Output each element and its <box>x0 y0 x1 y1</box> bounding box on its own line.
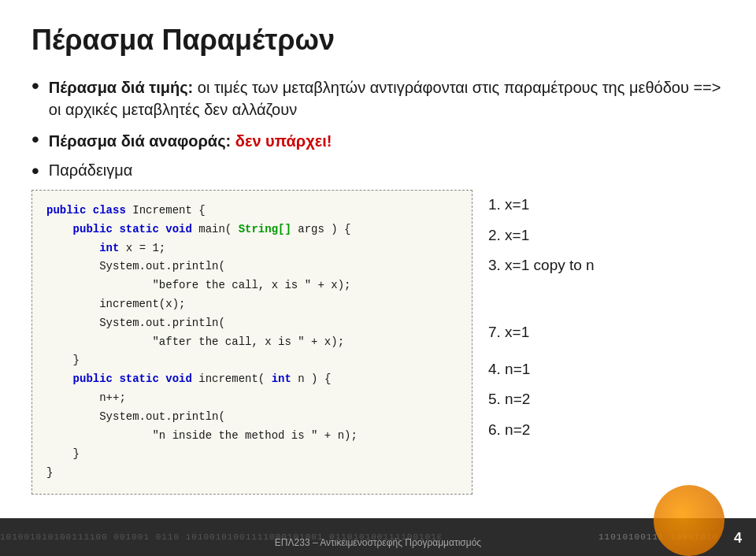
example-label-text: Παράδειγμα <box>49 161 133 180</box>
code-line-5: "before the call, x is " + x); <box>46 276 458 295</box>
output-group-1: 1. x=1 2. x=1 3. x=1 copy to n 7. x=1 <box>488 194 724 344</box>
bullet-bold-2: Πέρασμα διά αναφοράς: <box>49 132 231 150</box>
bullet-bold-1: Πέρασμα διά τιμής: <box>49 79 193 96</box>
code-line-14: } <box>46 445 458 464</box>
output-list: 1. x=1 2. x=1 3. x=1 copy to n 7. x=1 4.… <box>488 190 724 495</box>
output-item-5: 5. n=2 <box>488 388 724 411</box>
code-line-7: System.out.println( <box>46 314 458 333</box>
bullet-dot-2: • <box>32 127 39 152</box>
output-item-1: 1. x=1 <box>488 194 724 217</box>
output-group-2: 4. n=1 5. n=2 6. n=2 <box>488 358 724 442</box>
code-box: public class Increment { public static v… <box>32 190 472 495</box>
code-line-2: public static void main( String[] args )… <box>46 221 458 239</box>
code-line-6: increment(x); <box>46 295 458 314</box>
page-number: 4 <box>734 530 742 547</box>
bullet-dot-1: • <box>32 73 39 98</box>
output-item-7: 7. x=1 <box>488 321 724 344</box>
bullet-item-1: • Πέρασμα διά τιμής: οι τιμές των μεταβλ… <box>32 76 724 120</box>
code-line-10: public static void increment( int n ) { <box>46 370 458 389</box>
code-line-11: n++; <box>46 389 458 408</box>
output-item-4: 4. n=1 <box>488 358 724 381</box>
slide-title: Πέρασμα Παραμέτρων <box>32 24 724 57</box>
bullet-item-2: • Πέρασμα διά αναφοράς: δεν υπάρχει! <box>32 130 724 152</box>
bullet-text-1: Πέρασμα διά τιμής: οι τιμές των μεταβλητ… <box>49 76 724 120</box>
code-line-3: int x = 1; <box>46 239 458 258</box>
code-line-15: } <box>46 464 458 483</box>
output-item-2: 2. x=1 <box>488 224 724 247</box>
example-label: • Παράδειγμα <box>32 161 724 183</box>
bullet-red-2: δεν υπάρχει! <box>231 132 332 150</box>
code-line-4: System.out.println( <box>46 258 458 276</box>
bullet-text-2: Πέρασμα διά αναφοράς: δεν υπάρχει! <box>49 130 332 152</box>
code-line-12: System.out.println( <box>46 408 458 427</box>
output-item-3: 3. x=1 copy to n <box>488 254 724 277</box>
bottom-bar: 101001010100111100 001001 0110 101001010… <box>0 518 756 556</box>
content-area: public class Increment { public static v… <box>32 190 724 495</box>
output-item-spacer <box>488 285 724 308</box>
output-item-6: 6. n=2 <box>488 419 724 442</box>
orange-circle-decoration <box>654 485 724 556</box>
code-line-13: "n inside the method is " + n); <box>46 427 458 446</box>
code-line-1: public class Increment { <box>46 202 458 221</box>
bottom-course-label: ΕΠΛ233 – Αντικειμενοστρεφής Προγραμματισ… <box>275 537 481 548</box>
code-line-9: } <box>46 351 458 370</box>
bullet-dot-3: • <box>32 158 39 183</box>
code-line-8: "after the call, x is " + x); <box>46 333 458 352</box>
